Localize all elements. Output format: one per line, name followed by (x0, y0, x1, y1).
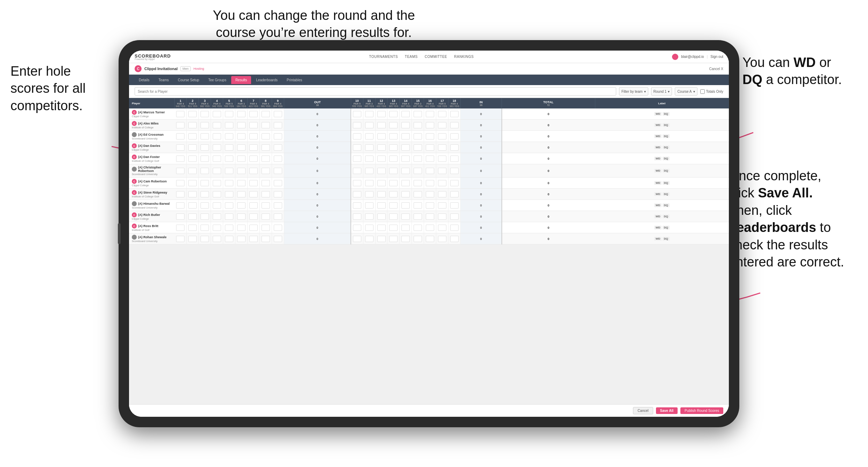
nav-tournaments[interactable]: TOURNAMENTS (369, 55, 398, 59)
hole-9-score[interactable] (272, 164, 284, 178)
score-input[interactable] (377, 225, 386, 231)
hole-6-score[interactable] (235, 153, 247, 164)
score-input[interactable] (365, 213, 373, 220)
hole-16-score[interactable] (424, 131, 436, 142)
score-input[interactable] (401, 133, 410, 140)
hole-13-score[interactable] (387, 211, 400, 222)
score-input[interactable] (450, 133, 459, 140)
score-input[interactable] (365, 133, 373, 140)
score-input[interactable] (249, 144, 258, 151)
hole-15-score[interactable] (412, 164, 424, 178)
hole-15-score[interactable] (412, 178, 424, 189)
score-input[interactable] (353, 213, 361, 220)
hole-4-score[interactable] (211, 120, 223, 131)
hole-10-score[interactable] (351, 120, 363, 131)
score-input[interactable] (389, 133, 398, 140)
hole-2-score[interactable] (187, 131, 199, 142)
score-input[interactable] (274, 213, 282, 220)
hole-10-score[interactable] (351, 178, 363, 189)
score-input[interactable] (414, 122, 422, 128)
hole-11-score[interactable] (363, 178, 375, 189)
score-input[interactable] (365, 122, 373, 128)
score-input[interactable] (426, 133, 434, 140)
hole-4-score[interactable] (211, 108, 223, 120)
wd-button[interactable]: WD (654, 192, 662, 196)
hole-5-score[interactable] (223, 164, 235, 178)
score-input[interactable] (414, 133, 422, 140)
hole-18-score[interactable] (448, 120, 460, 131)
score-input[interactable] (353, 133, 361, 140)
score-input[interactable] (389, 225, 398, 231)
hole-14-score[interactable] (400, 178, 412, 189)
score-input[interactable] (201, 133, 209, 140)
dq-button[interactable]: DQ (663, 214, 670, 218)
course-select[interactable]: Course A ▾ (675, 87, 697, 96)
score-input[interactable] (188, 144, 197, 151)
score-input[interactable] (213, 122, 221, 128)
score-input[interactable] (237, 180, 246, 186)
hole-13-score[interactable] (387, 189, 400, 200)
score-input[interactable] (438, 236, 446, 242)
hole-11-score[interactable] (363, 211, 375, 222)
score-input[interactable] (365, 191, 373, 197)
hole-6-score[interactable] (235, 142, 247, 153)
score-input[interactable] (237, 156, 246, 162)
score-input[interactable] (188, 225, 197, 231)
hole-9-score[interactable] (272, 153, 284, 164)
hole-15-score[interactable] (412, 153, 424, 164)
hole-2-score[interactable] (187, 233, 199, 244)
score-input[interactable] (353, 122, 361, 128)
hole-17-score[interactable] (436, 200, 448, 211)
score-input[interactable] (237, 236, 246, 242)
hole-8-score[interactable] (259, 164, 272, 178)
hole-7-score[interactable] (247, 153, 259, 164)
hole-3-score[interactable] (199, 153, 211, 164)
score-input[interactable] (401, 225, 410, 231)
hole-2-score[interactable] (187, 222, 199, 233)
filter-by-team-select[interactable]: Filter by team ▾ (619, 87, 648, 96)
totals-only-checkbox[interactable] (700, 89, 705, 94)
hole-3-score[interactable] (199, 200, 211, 211)
hole-10-score[interactable] (351, 142, 363, 153)
score-input[interactable] (450, 236, 459, 242)
hole-2-score[interactable] (187, 178, 199, 189)
score-input[interactable] (249, 191, 258, 197)
hole-6-score[interactable] (235, 211, 247, 222)
score-input[interactable] (274, 156, 282, 162)
wd-button[interactable]: WD (654, 169, 662, 173)
hole-15-score[interactable] (412, 108, 424, 120)
score-input[interactable] (438, 213, 446, 220)
hole-6-score[interactable] (235, 200, 247, 211)
score-input[interactable] (365, 180, 373, 186)
score-input[interactable] (353, 202, 361, 209)
hole-2-score[interactable] (187, 108, 199, 120)
hole-12-score[interactable] (375, 142, 387, 153)
hole-8-score[interactable] (259, 131, 272, 142)
score-input[interactable] (225, 225, 233, 231)
score-input[interactable] (201, 156, 209, 162)
hole-2-score[interactable] (187, 142, 199, 153)
score-input[interactable] (262, 202, 270, 209)
hole-3-score[interactable] (199, 120, 211, 131)
score-input[interactable] (450, 191, 459, 197)
totals-only-toggle[interactable]: Totals Only (700, 89, 723, 94)
hole-1-score[interactable] (174, 131, 187, 142)
hole-14-score[interactable] (400, 108, 412, 120)
hole-1-score[interactable] (174, 178, 187, 189)
hole-16-score[interactable] (424, 120, 436, 131)
score-input[interactable] (201, 191, 209, 197)
hole-15-score[interactable] (412, 200, 424, 211)
hole-3-score[interactable] (199, 211, 211, 222)
score-input[interactable] (237, 213, 246, 220)
hole-7-score[interactable] (247, 164, 259, 178)
wd-button[interactable]: WD (654, 181, 662, 185)
score-input[interactable] (213, 180, 221, 186)
score-input[interactable] (213, 236, 221, 242)
hole-18-score[interactable] (448, 233, 460, 244)
score-input[interactable] (414, 156, 422, 162)
hole-8-score[interactable] (259, 189, 272, 200)
score-input[interactable] (401, 191, 410, 197)
score-input[interactable] (225, 156, 233, 162)
hole-16-score[interactable] (424, 200, 436, 211)
hole-1-score[interactable] (174, 164, 187, 178)
